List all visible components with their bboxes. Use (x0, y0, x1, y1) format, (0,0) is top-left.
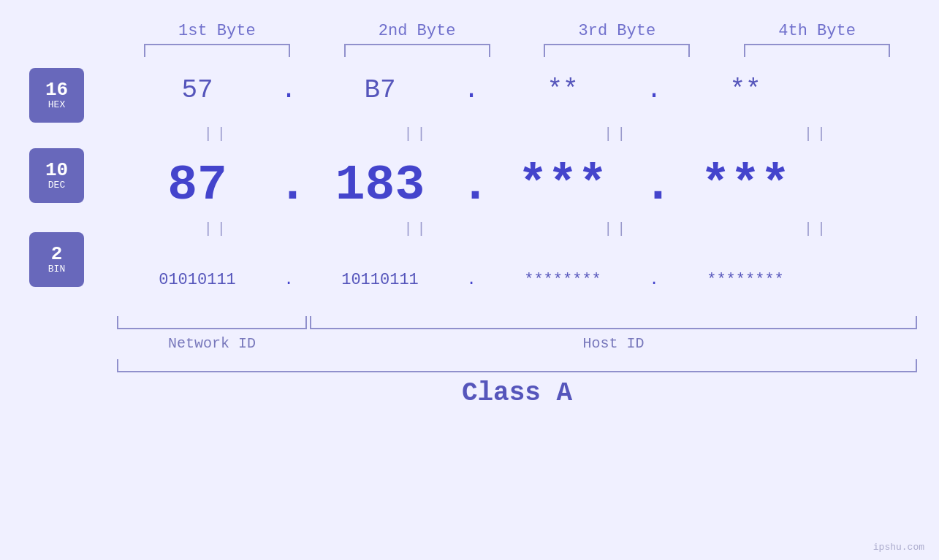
top-brackets-row (0, 44, 939, 57)
equals-2-b3: || (536, 220, 697, 237)
host-bracket (310, 316, 917, 329)
hex-dot-3: . (643, 75, 665, 105)
dec-dot-2: . (460, 157, 482, 213)
bottom-labels: Network ID Host ID (117, 335, 917, 352)
dec-row: 87 . 183 . *** . *** (0, 152, 939, 218)
hex-row: 57 . B7 . ** . ** (0, 57, 939, 123)
bin-dot-1: . (278, 271, 300, 289)
byte-header-1: 1st Byte (137, 22, 297, 40)
hex-dot-2: . (460, 75, 482, 105)
bin-b3: ******** (482, 271, 643, 289)
dec-b3: *** (482, 157, 643, 213)
dec-dot-1: . (278, 157, 300, 213)
byte-headers-row: 1st Byte 2nd Byte 3rd Byte 4th Byte (0, 22, 939, 40)
bracket-b3 (544, 44, 690, 57)
main-container: 1st Byte 2nd Byte 3rd Byte 4th Byte 16 H… (0, 0, 939, 560)
bracket-b1 (144, 44, 290, 57)
class-bracket (117, 359, 917, 372)
equals-1-b1: || (137, 126, 297, 142)
bin-b1: 01010111 (117, 271, 278, 289)
bin-b4: ******** (665, 271, 826, 289)
bottom-brackets (117, 316, 917, 329)
byte-header-3: 3rd Byte (536, 22, 697, 40)
bin-dot-2: . (460, 271, 482, 289)
class-bracket-row (0, 359, 939, 372)
host-id-label: Host ID (310, 335, 917, 352)
watermark: ipshu.com (873, 542, 924, 553)
bracket-b2 (344, 44, 490, 57)
byte-header-4: 4th Byte (737, 22, 897, 40)
equals-row-1: || || || || (0, 123, 939, 145)
hex-b3: ** (482, 75, 643, 105)
dec-dot-3: . (643, 157, 665, 213)
bracket-b4 (744, 44, 890, 57)
equals-2-b1: || (137, 220, 297, 237)
network-bracket (117, 316, 307, 329)
class-label: Class A (0, 378, 939, 408)
hex-b2: B7 (300, 75, 460, 105)
byte-header-2: 2nd Byte (337, 22, 498, 40)
dec-b1: 87 (117, 157, 278, 213)
equals-2-b4: || (737, 220, 897, 237)
equals-row-2: || || || || (0, 218, 939, 239)
equals-1-b4: || (737, 126, 897, 142)
bottom-section: Network ID Host ID (0, 316, 939, 352)
dec-b4: *** (665, 157, 826, 213)
hex-dot-1: . (278, 75, 300, 105)
dec-b2: 183 (300, 157, 460, 213)
equals-1-b3: || (536, 126, 697, 142)
equals-2-b2: || (337, 220, 498, 237)
equals-1-b2: || (337, 126, 498, 142)
hex-b1: 57 (117, 75, 278, 105)
rows-wrapper: 16 HEX 57 . B7 . ** . ** || || || || 10 … (0, 57, 939, 560)
network-id-label: Network ID (117, 335, 307, 352)
bin-b2: 10110111 (300, 271, 460, 289)
bin-row: 01010111 . 10110111 . ******** . *******… (0, 247, 939, 312)
hex-b4: ** (665, 75, 826, 105)
bin-dot-3: . (643, 271, 665, 289)
